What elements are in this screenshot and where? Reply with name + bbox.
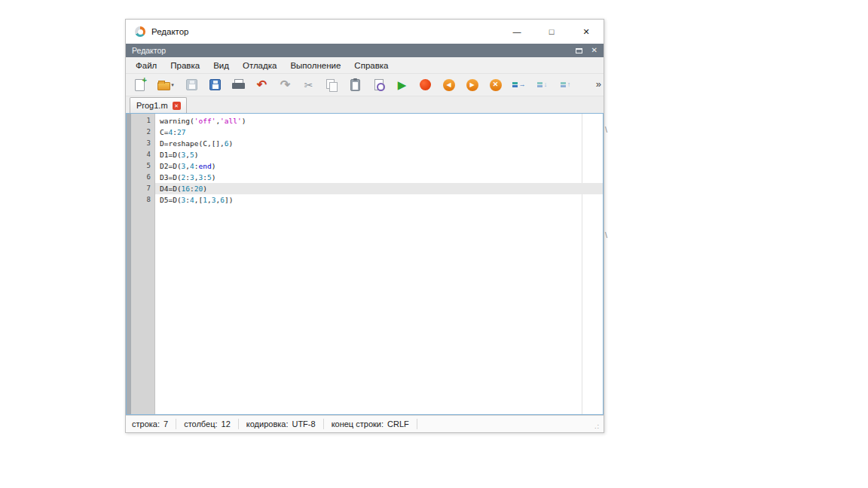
remove-breakpoints-icon: ✕ xyxy=(490,79,502,91)
run-icon: ▶ xyxy=(398,79,407,90)
octave-logo-icon xyxy=(135,26,145,37)
status-line-label: строка: xyxy=(132,419,160,429)
status-separator xyxy=(238,419,239,429)
code-line[interactable]: 7D4=D(16:20) xyxy=(127,183,603,194)
chevron-down-icon: ▾ xyxy=(171,82,174,88)
code-line[interactable]: 4D1=D(3,5) xyxy=(127,149,603,160)
panel-icons: ✕ xyxy=(576,47,598,54)
line-number: 3 xyxy=(127,138,155,149)
window-edge-mark: \ xyxy=(605,230,607,239)
code-line[interactable]: 8D5=D(3:4,[1,3,6]) xyxy=(127,194,603,206)
step-icon: → xyxy=(512,81,526,88)
tab-prog1[interactable]: Prog1.m ✕ xyxy=(130,97,187,113)
tabbar: Prog1.m ✕ xyxy=(126,96,604,113)
window-title: Редактор xyxy=(151,27,189,36)
menu-item-debug[interactable]: Отладка xyxy=(236,59,283,72)
line-number: 4 xyxy=(127,149,155,160)
open-file-button[interactable]: ▾ xyxy=(154,75,178,94)
tab-label: Prog1.m xyxy=(136,101,168,110)
save-as-button[interactable] xyxy=(206,75,225,94)
step-out-button[interactable]: ↑ xyxy=(556,75,575,94)
status-separator xyxy=(323,419,324,429)
statusbar: строка: 7 столбец: 12 кодировка: UTF-8 к… xyxy=(126,415,604,432)
run-button[interactable]: ▶ xyxy=(393,75,411,94)
status-column-value: 12 xyxy=(222,419,231,429)
copy-icon xyxy=(326,79,338,91)
toolbar-overflow-button[interactable]: » xyxy=(596,78,601,90)
code-line[interactable]: 1warning('off','all') xyxy=(127,115,603,127)
code-line[interactable]: 5D2=D(3,4:end) xyxy=(127,160,603,172)
menu-item-help[interactable]: Справка xyxy=(347,59,395,72)
paste-icon xyxy=(350,79,360,91)
print-button[interactable] xyxy=(229,75,248,94)
copy-button[interactable] xyxy=(322,75,341,94)
editor-window: Редактор — □ ✕ Редактор ✕ Файл Правка Ви… xyxy=(125,19,604,433)
step-out-icon: ↑ xyxy=(561,81,571,88)
code-text: C=4:27 xyxy=(155,127,603,138)
panel-close-icon[interactable]: ✕ xyxy=(591,47,598,54)
previous-breakpoint-button[interactable]: ◀ xyxy=(439,75,458,94)
resize-grip[interactable]: .: xyxy=(594,422,600,430)
code-text: D2=D(3,4:end) xyxy=(155,160,603,172)
close-button[interactable]: ✕ xyxy=(569,20,604,44)
remove-breakpoints-button[interactable]: ✕ xyxy=(486,75,505,94)
window-controls: — □ ✕ xyxy=(500,20,604,44)
code-line[interactable]: 2C=4:27 xyxy=(127,127,603,138)
new-script-button[interactable]: + xyxy=(130,75,149,94)
code-text: D3=D(2:3,3:5) xyxy=(155,172,603,183)
status-line-value: 7 xyxy=(164,419,168,429)
cut-button[interactable]: ✂ xyxy=(299,75,318,94)
find-button[interactable] xyxy=(369,75,388,94)
undo-button[interactable]: ↶ xyxy=(252,75,271,94)
window-titlebar[interactable]: Редактор — □ ✕ xyxy=(126,20,604,44)
line-number: 5 xyxy=(127,160,155,172)
previous-breakpoint-icon: ◀ xyxy=(443,79,455,91)
menu-item-file[interactable]: Файл xyxy=(129,59,164,72)
line-number: 1 xyxy=(127,115,155,127)
toolbar: + ▾ ↶ ↷ ✂ ▶ xyxy=(126,74,604,96)
redo-button[interactable]: ↷ xyxy=(276,75,295,94)
menu-item-run[interactable]: Выполнение xyxy=(283,59,347,72)
toggle-breakpoint-button[interactable] xyxy=(416,75,435,94)
line-number: 2 xyxy=(127,127,155,138)
line-number: 6 xyxy=(127,172,155,183)
code-text: D4=D(16:20) xyxy=(155,183,603,194)
open-folder-icon xyxy=(157,82,170,90)
menu-item-edit[interactable]: Правка xyxy=(164,59,206,72)
undock-icon[interactable] xyxy=(576,48,582,53)
code-text: D1=D(3,5) xyxy=(155,149,603,160)
step-in-icon: ↓ xyxy=(537,81,548,88)
maximize-button[interactable]: □ xyxy=(534,20,569,44)
minimize-button[interactable]: — xyxy=(500,20,534,44)
step-button[interactable]: → xyxy=(509,75,528,94)
breakpoint-icon xyxy=(420,79,431,90)
menu-item-view[interactable]: Вид xyxy=(206,59,236,72)
step-in-button[interactable]: ↓ xyxy=(533,75,552,94)
code-text: warning('off','all') xyxy=(155,115,603,127)
status-separator xyxy=(417,419,417,429)
undo-icon: ↶ xyxy=(257,79,267,91)
status-separator xyxy=(176,419,176,429)
code-text: D=reshape(C,[],6) xyxy=(155,138,603,149)
panel-title: Редактор xyxy=(132,46,166,55)
status-column-label: столбец: xyxy=(184,419,217,429)
menubar: Файл Правка Вид Отладка Выполнение Справ… xyxy=(126,57,604,74)
line-number: 7 xyxy=(127,183,155,194)
line-number: 8 xyxy=(127,194,155,206)
panel-titlebar[interactable]: Редактор ✕ xyxy=(126,44,604,57)
code-line[interactable]: 6D3=D(2:3,3:5) xyxy=(127,172,603,183)
redo-icon: ↷ xyxy=(280,79,290,91)
paste-button[interactable] xyxy=(346,75,365,94)
next-breakpoint-button[interactable]: ▶ xyxy=(463,75,481,94)
scissors-icon: ✂ xyxy=(304,80,313,90)
code-line[interactable]: 3D=reshape(C,[],6) xyxy=(127,138,603,149)
window-edge-mark: \ xyxy=(605,125,607,134)
editor-code-lines: 1warning('off','all')2C=4:273D=reshape(C… xyxy=(127,115,603,206)
code-text: D5=D(3:4,[1,3,6]) xyxy=(155,194,603,206)
save-icon xyxy=(186,79,197,90)
code-editor[interactable]: 1warning('off','all')2C=4:273D=reshape(C… xyxy=(126,113,604,415)
status-encoding-value: UTF-8 xyxy=(292,419,315,429)
tab-close-icon[interactable]: ✕ xyxy=(173,102,181,110)
print-icon xyxy=(232,79,245,91)
save-button[interactable] xyxy=(182,75,201,94)
